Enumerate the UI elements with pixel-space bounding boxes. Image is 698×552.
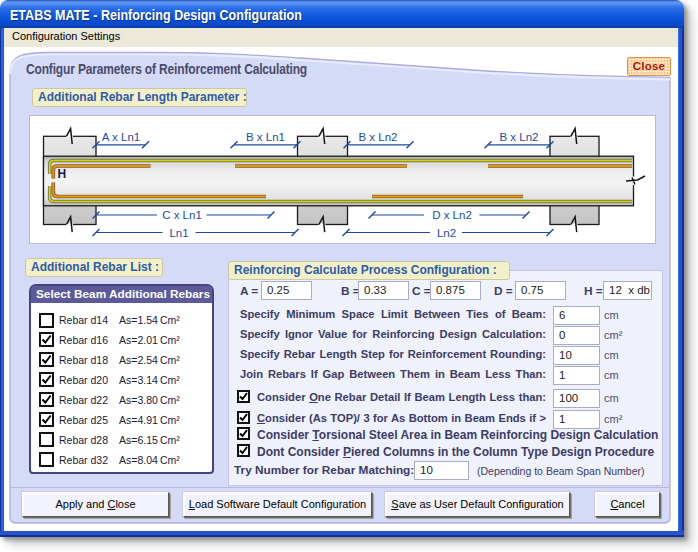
svg-text:Ln1: Ln1 — [169, 227, 188, 239]
svg-text:Ln2: Ln2 — [437, 227, 456, 239]
svg-text:D x Ln2: D x Ln2 — [432, 209, 472, 221]
svg-text:A x Ln1: A x Ln1 — [102, 131, 140, 143]
svg-text:H: H — [58, 167, 67, 181]
svg-text:B x Ln2: B x Ln2 — [359, 131, 398, 143]
svg-text:C x Ln1: C x Ln1 — [162, 209, 202, 221]
svg-text:B x Ln2: B x Ln2 — [500, 131, 539, 143]
svg-text:B x Ln1: B x Ln1 — [246, 131, 285, 143]
